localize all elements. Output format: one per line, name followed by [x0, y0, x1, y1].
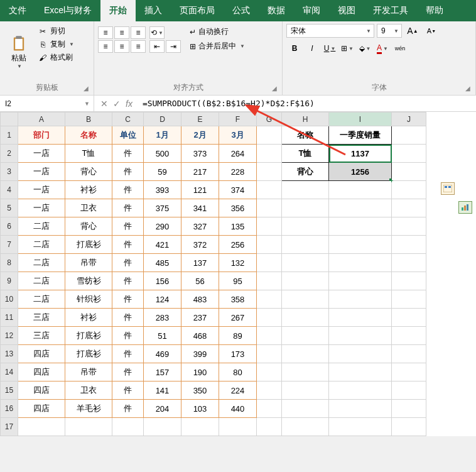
cell-I5[interactable]	[329, 199, 392, 217]
clipboard-expander[interactable]: ◢	[84, 85, 91, 92]
cell-C5[interactable]: 件	[112, 199, 144, 217]
cell-B8[interactable]: 吊带	[65, 254, 112, 272]
font-size-dropdown[interactable]: 9 ▼	[377, 24, 402, 38]
tab-excel-finance[interactable]: Excel与财务	[35, 0, 100, 21]
fx-button[interactable]: fx	[126, 99, 133, 109]
copy-button[interactable]: ⎘ 复制 ▼	[36, 38, 75, 50]
cell-B17[interactable]	[65, 418, 112, 436]
col-header-D[interactable]: D	[144, 113, 181, 126]
quick-analysis-button[interactable]	[458, 201, 472, 214]
cell-E17[interactable]	[181, 418, 219, 436]
cell-F6[interactable]: 135	[219, 217, 257, 236]
cell-A2[interactable]: 一店	[18, 145, 65, 163]
cell-B7[interactable]: 打底衫	[65, 236, 112, 254]
row-header-13[interactable]: 13	[1, 345, 18, 363]
cell-H1[interactable]: 名称	[282, 126, 329, 145]
cell-E5[interactable]: 341	[181, 199, 219, 217]
worksheet[interactable]: ABCDEFGHIJ 1部门名称单位1月2月3月名称一季度销量2一店T恤件500…	[0, 112, 476, 436]
cell-F4[interactable]: 374	[219, 181, 257, 199]
cell-F3[interactable]: 228	[219, 163, 257, 181]
cell-B16[interactable]: 羊毛衫	[65, 400, 112, 418]
cell-H13[interactable]	[282, 345, 329, 363]
cell-E16[interactable]: 103	[181, 400, 219, 418]
cell-A16[interactable]: 四店	[18, 400, 65, 418]
cell-E6[interactable]: 327	[181, 217, 219, 236]
col-header-B[interactable]: B	[65, 113, 112, 126]
cell-E2[interactable]: 373	[181, 145, 219, 163]
border-button[interactable]: ⊞▼	[339, 41, 355, 55]
cell-G3[interactable]	[257, 163, 282, 181]
wrap-text-button[interactable]: ↵ 自动换行	[190, 26, 245, 37]
cell-J2[interactable]	[392, 145, 426, 163]
cell-A5[interactable]: 一店	[18, 199, 65, 217]
tab-home[interactable]: 开始	[100, 0, 136, 21]
cell-C4[interactable]: 件	[112, 181, 144, 199]
cell-I10[interactable]	[329, 290, 392, 309]
cell-B13[interactable]: 打底衫	[65, 345, 112, 363]
row-header-3[interactable]: 3	[1, 163, 18, 181]
cell-H15[interactable]	[282, 381, 329, 400]
align-bottom-button[interactable]: ≡	[131, 26, 146, 39]
underline-button[interactable]: U▼	[322, 41, 338, 55]
formula-input[interactable]	[139, 99, 476, 108]
row-header-6[interactable]: 6	[1, 217, 18, 236]
cell-C17[interactable]	[112, 418, 144, 436]
col-header-J[interactable]: J	[392, 113, 426, 126]
name-box[interactable]: ▼	[0, 96, 94, 111]
tab-dev[interactable]: 开发工具	[364, 0, 417, 21]
increase-indent-button[interactable]: ⇥	[166, 40, 181, 53]
cell-E7[interactable]: 372	[181, 236, 219, 254]
orientation-button[interactable]: ⟲▼	[149, 26, 165, 39]
cell-G9[interactable]	[257, 272, 282, 290]
cell-J1[interactable]	[392, 126, 426, 145]
increase-font-button[interactable]: A▲	[404, 24, 421, 38]
cell-B9[interactable]: 雪纺衫	[65, 272, 112, 290]
cell-A17[interactable]	[18, 418, 65, 436]
tab-data[interactable]: 数据	[259, 0, 294, 21]
cell-D9[interactable]: 156	[144, 272, 181, 290]
cell-D8[interactable]: 485	[144, 254, 181, 272]
cell-D1[interactable]: 1月	[144, 126, 181, 145]
cell-B3[interactable]: 背心	[65, 163, 112, 181]
cell-G12[interactable]	[257, 327, 282, 345]
fill-color-button[interactable]: ⬙▼	[357, 41, 373, 55]
cell-D7[interactable]: 421	[144, 236, 181, 254]
cell-G13[interactable]	[257, 345, 282, 363]
cancel-formula-button[interactable]: ✕	[100, 99, 108, 109]
cell-G14[interactable]	[257, 363, 282, 381]
cell-J14[interactable]	[392, 363, 426, 381]
cell-I7[interactable]	[329, 236, 392, 254]
tab-view[interactable]: 视图	[329, 0, 364, 21]
cell-D3[interactable]: 59	[144, 163, 181, 181]
cell-H3[interactable]: 背心	[282, 163, 329, 181]
cell-J13[interactable]	[392, 345, 426, 363]
cell-G6[interactable]	[257, 217, 282, 236]
tab-layout[interactable]: 页面布局	[171, 0, 224, 21]
cell-I12[interactable]	[329, 327, 392, 345]
cell-F15[interactable]: 224	[219, 381, 257, 400]
cell-C6[interactable]: 件	[112, 217, 144, 236]
merge-center-button[interactable]: ⊞ 合并后居中 ▼	[190, 41, 245, 52]
col-header-I[interactable]: I	[329, 113, 392, 126]
grid[interactable]: ABCDEFGHIJ 1部门名称单位1月2月3月名称一季度销量2一店T恤件500…	[0, 112, 426, 436]
cell-C16[interactable]: 件	[112, 400, 144, 418]
col-header-E[interactable]: E	[181, 113, 219, 126]
cell-B6[interactable]: 背心	[65, 217, 112, 236]
cell-I3[interactable]: 1256	[329, 163, 392, 181]
tab-formulas[interactable]: 公式	[224, 0, 259, 21]
cell-J10[interactable]	[392, 290, 426, 309]
cell-H17[interactable]	[282, 418, 329, 436]
cell-F17[interactable]	[219, 418, 257, 436]
col-header-F[interactable]: F	[219, 113, 257, 126]
cell-G8[interactable]	[257, 254, 282, 272]
enter-formula-button[interactable]: ✓	[113, 99, 121, 109]
cell-B15[interactable]: 卫衣	[65, 381, 112, 400]
cell-I17[interactable]	[329, 418, 392, 436]
bold-button[interactable]: B	[286, 41, 303, 55]
cell-H7[interactable]	[282, 236, 329, 254]
cell-J12[interactable]	[392, 327, 426, 345]
cell-C11[interactable]: 件	[112, 309, 144, 327]
cell-J7[interactable]	[392, 236, 426, 254]
cell-F8[interactable]: 132	[219, 254, 257, 272]
cell-B11[interactable]: 衬衫	[65, 309, 112, 327]
